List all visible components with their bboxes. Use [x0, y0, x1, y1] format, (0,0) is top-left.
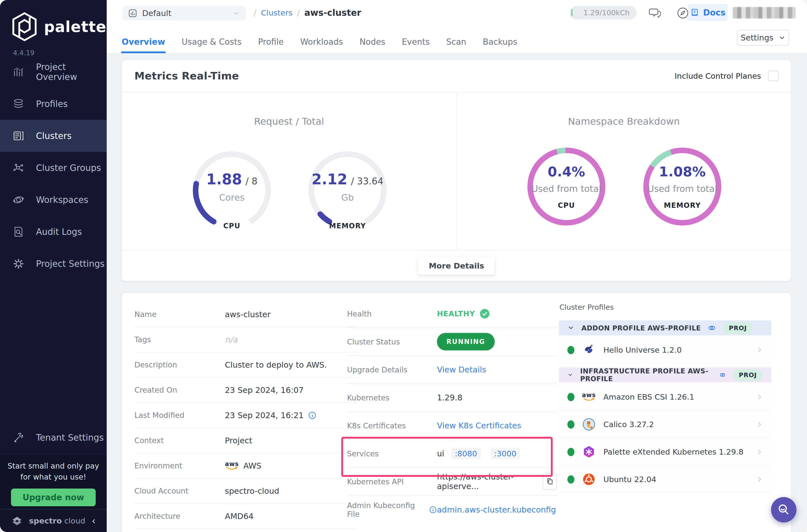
- usage-credits-pill: 1.29/100kCh: [570, 6, 637, 19]
- detail-row-health: Health HEALTHY: [347, 300, 557, 328]
- namespace-memory-caption: MEMORY: [664, 201, 701, 210]
- chevron-right-icon: [756, 347, 763, 353]
- detail-value: Cluster to deploy to AWS.: [225, 360, 357, 370]
- tab-profile[interactable]: Profile: [258, 30, 284, 53]
- search-smile-icon: [777, 503, 791, 517]
- proj-badge: PROJ: [723, 322, 753, 334]
- profile-item-calico[interactable]: Calico 3.27.2: [559, 411, 771, 437]
- cpu-caption: CPU: [189, 222, 274, 230]
- tab-overview[interactable]: Overview: [122, 30, 165, 53]
- namespace-breakdown-panel: Namespace Breakdown 0.4% Used from total…: [457, 93, 791, 250]
- project-selector-value: Default: [142, 8, 171, 18]
- sidebar-item-label: Audit Logs: [36, 227, 82, 237]
- profile-item-palette-extended-kubernetes[interactable]: Palette eXtended Kubernetes 1.29.8: [559, 439, 771, 465]
- detail-row-last-modified: Last Modified 23 Sep 2024, 16:21: [134, 403, 357, 428]
- footer-brand: spectro cloud: [29, 516, 85, 525]
- namespace-memory-text: 1.08% Used from total MEMORY: [640, 144, 725, 229]
- calico-icon: [582, 418, 595, 431]
- detail-value: spectro-cloud: [225, 486, 357, 496]
- copy-api-url-button[interactable]: [543, 473, 557, 490]
- info-icon[interactable]: [308, 411, 317, 420]
- detail-label: Upgrade Details: [347, 365, 437, 374]
- service-port-link-8080[interactable]: :8080: [451, 448, 481, 459]
- tab-events[interactable]: Events: [402, 30, 430, 53]
- detail-label: Services: [347, 449, 437, 458]
- namespace-cpu-caption: CPU: [558, 201, 575, 210]
- sidebar-item-tenant-settings[interactable]: Tenant Settings: [0, 422, 107, 454]
- project-selector-dropdown[interactable]: Default: [123, 6, 246, 20]
- health-status-text: HEALTHY: [437, 309, 475, 318]
- tab-backups[interactable]: Backups: [483, 30, 517, 53]
- view-details-link[interactable]: View Details: [437, 365, 486, 374]
- include-control-planes-checkbox[interactable]: [768, 71, 778, 81]
- status-dot-icon: [567, 475, 575, 483]
- detail-row-description: Description Cluster to deploy to AWS.: [134, 353, 357, 378]
- breadcrumb-link-clusters[interactable]: Clusters: [261, 8, 292, 17]
- chevron-down-icon: [567, 372, 573, 378]
- service-port-link-3000[interactable]: :3000: [491, 448, 520, 459]
- request-total-panel: Request / Total 1.88 / 8 Cores: [122, 93, 457, 250]
- namespace-cpu-ring: 0.4% Used from total CPU: [524, 144, 609, 229]
- sidebar-nav: Project Overview Profiles Clusters Clust…: [0, 56, 107, 280]
- profile-item-name: Amazon EBS CSI 1.26.1: [603, 392, 694, 401]
- detail-value: 23 Sep 2024, 16:21: [225, 411, 304, 420]
- profile-item-hello-universe[interactable]: Hello Universe 1.2.0: [559, 337, 771, 363]
- detail-label: Health: [347, 309, 437, 318]
- infrastructure-profile-header[interactable]: INFRASTRUCTURE PROFILE AWS-PROFILE PROJ: [559, 367, 771, 382]
- tab-nodes[interactable]: Nodes: [359, 30, 385, 53]
- docs-button[interactable]: Docs: [688, 4, 728, 21]
- upgrade-now-button[interactable]: Upgrade now: [11, 489, 96, 506]
- view-k8s-certificates-link[interactable]: View K8s Certificates: [437, 421, 521, 430]
- detail-row-admin-kubeconfig: Admin Kubeconfig File admin.aws-cluster.…: [347, 496, 557, 524]
- detail-value: AMD64: [225, 512, 357, 521]
- settings-label: Settings: [740, 33, 773, 42]
- sidebar-item-audit-logs[interactable]: Audit Logs: [0, 216, 107, 248]
- namespace-cpu-text: 0.4% Used from total CPU: [524, 144, 609, 229]
- check-circle-icon: [480, 308, 490, 319]
- hello-universe-icon: [582, 343, 595, 356]
- cluster-tabs: Overview Usage & Costs Profile Workloads…: [122, 30, 517, 53]
- sidebar-collapse-chevron-icon[interactable]: ‹: [92, 516, 96, 526]
- profiles-icon: [13, 98, 24, 110]
- profile-item-ubuntu[interactable]: Ubuntu 22.04: [559, 466, 771, 492]
- sidebar-item-cluster-groups[interactable]: Cluster Groups: [0, 152, 107, 184]
- link-icon: [708, 324, 716, 332]
- tab-usage-costs[interactable]: Usage & Costs: [182, 30, 242, 53]
- detail-row-created-on: Created On 23 Sep 2024, 16:07: [134, 378, 357, 403]
- metrics-footer: More Details: [122, 250, 791, 281]
- settings-button[interactable]: Settings: [737, 30, 789, 46]
- breadcrumb-separator: /: [297, 8, 300, 18]
- kubernetes-version: 1.29.8: [437, 393, 557, 402]
- admin-kubeconfig-link[interactable]: admin.aws-cluster.kubeconfig: [437, 505, 556, 514]
- aws-logo-icon: aws: [225, 461, 239, 470]
- chevron-right-icon: [756, 394, 763, 400]
- sidebar-item-label: Clusters: [36, 131, 72, 141]
- addon-profile-header[interactable]: ADDON PROFILE AWS-PROFILE PROJ: [559, 320, 771, 336]
- detail-label: Environment: [134, 461, 225, 470]
- banner-text-line1: Start small and only pay: [0, 460, 107, 472]
- sidebar-item-workspaces[interactable]: Workspaces: [0, 184, 107, 216]
- infrastructure-profile-label: INFRASTRUCTURE PROFILE AWS-PROFILE: [580, 367, 712, 383]
- request-total-title: Request / Total: [122, 116, 456, 127]
- info-icon[interactable]: [429, 506, 437, 514]
- more-details-button[interactable]: More Details: [418, 257, 494, 275]
- profile-item-amazon-ebs-csi[interactable]: aws Amazon EBS CSI 1.26.1: [559, 384, 771, 410]
- tenant-settings-icon: [13, 432, 24, 443]
- namespace-breakdown-title: Namespace Breakdown: [457, 116, 791, 127]
- cpu-gauge-text: 1.88 / 8 Cores: [189, 148, 274, 233]
- spectro-cloud-logo-icon: [11, 515, 23, 527]
- explore-compass-icon[interactable]: [676, 6, 690, 20]
- tab-workloads[interactable]: Workloads: [300, 30, 343, 53]
- assistant-search-fab[interactable]: [771, 497, 796, 522]
- sidebar-item-clusters[interactable]: Clusters: [0, 120, 107, 152]
- addon-profile-label: ADDON PROFILE AWS-PROFILE: [581, 324, 701, 332]
- cluster-details-card: Name aws-cluster Tags n/a Description Cl…: [122, 293, 791, 532]
- user-account-menu[interactable]: [733, 7, 796, 18]
- tab-scan[interactable]: Scan: [446, 30, 466, 53]
- sidebar-item-project-settings[interactable]: Project Settings: [0, 248, 107, 280]
- sidebar-item-profiles[interactable]: Profiles: [0, 88, 107, 120]
- banner-text-line2: for what you use!: [0, 472, 107, 482]
- feedback-chat-icon[interactable]: [648, 6, 662, 20]
- service-name: ui: [437, 449, 444, 458]
- sidebar-item-project-overview[interactable]: Project Overview: [0, 56, 107, 88]
